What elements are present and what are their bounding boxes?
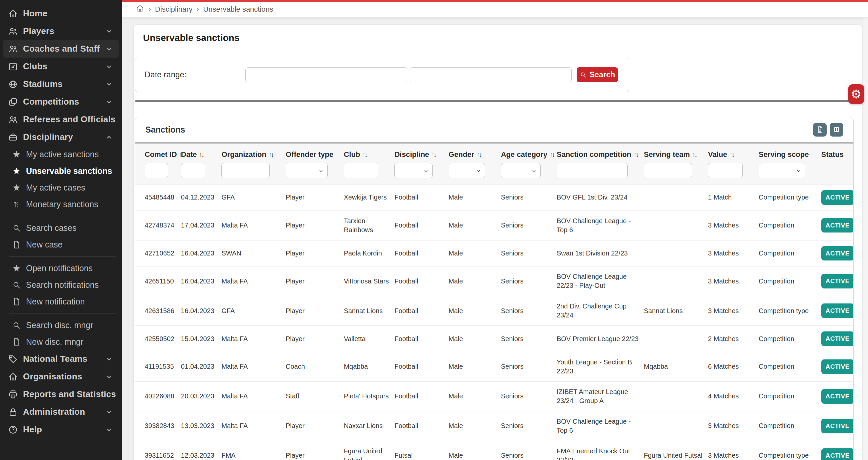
table-row[interactable]: 4022608820.03.2023Malta FAStaffPieta' Ho…	[135, 382, 853, 411]
sidebar-item-help[interactable]: Help	[3, 421, 119, 438]
table-row[interactable]: 4274837417.04.2023Malta FAPlayerTarxien …	[135, 210, 853, 240]
cell-offender_type: Coach	[286, 352, 344, 382]
cell-sanction_competition: FMA Enemed Knock Out 22/23	[557, 441, 644, 460]
column-header-status[interactable]: Status	[822, 143, 853, 161]
filter-input-sanction-competition[interactable]	[557, 163, 628, 178]
sidebar-item-open-notifications[interactable]: Open notifications	[0, 260, 122, 276]
table-row[interactable]: 4548544804.12.2023GFAPlayerXewkija Tiger…	[135, 185, 853, 211]
sidebar-item-new-disc-mngr[interactable]: New disc. mngr	[0, 333, 122, 350]
file-icon	[12, 297, 21, 306]
table-row[interactable]: 3931165212.03.2023FMAPlayerFgura United …	[135, 441, 853, 460]
sidebar-item-my-active-cases[interactable]: My active cases	[0, 179, 122, 196]
sort-icon[interactable]: ↑↓	[550, 151, 554, 158]
cell-sanction_competition: BOV Challenge League 22/23 - Play-Out	[557, 266, 644, 296]
column-header-offender-type[interactable]: Offender type	[286, 143, 344, 161]
sidebar-item-organisations[interactable]: Organisations	[3, 368, 119, 385]
breadcrumb-item-disciplinary[interactable]: Disciplinary	[155, 5, 192, 14]
sidebar-item-monetary-sanctions[interactable]: Monetary sanctions	[0, 196, 122, 212]
export-excel-button[interactable]	[813, 123, 827, 137]
breadcrumb-item-unservable-sanctions[interactable]: Unservable sanctions	[203, 5, 273, 14]
table-row[interactable]: 4271065216.04.2023SWANPlayerPaola Kordin…	[135, 240, 853, 266]
sort-icon[interactable]: ↑↓	[199, 151, 204, 158]
filter-select-discipline[interactable]	[394, 163, 432, 178]
column-header-serving-scope[interactable]: Serving scope	[759, 143, 822, 161]
sidebar-item-administration[interactable]: Administration	[3, 403, 119, 421]
filter-input-value[interactable]	[708, 163, 743, 178]
sidebar-item-search-cases[interactable]: Search cases	[0, 220, 122, 236]
column-header-value[interactable]: Value↑↓	[708, 143, 759, 161]
filter-input-club[interactable]	[344, 163, 378, 178]
filter-input-comet-id[interactable]	[145, 163, 168, 178]
cell-discipline: Football	[394, 266, 448, 296]
sidebar-item-unservable-sanctions[interactable]: Unservable sanctions	[0, 163, 122, 179]
chevron-down-icon	[105, 355, 113, 363]
sidebar-item-search-notifications[interactable]: Search notifications	[0, 276, 122, 293]
page-title: Unservable sanctions	[134, 33, 862, 43]
sidebar-item-disciplinary[interactable]: Disciplinary	[3, 128, 119, 146]
sidebar-divider	[9, 313, 116, 314]
cell-club: Valletta	[344, 326, 394, 352]
cell-discipline: Football	[394, 240, 448, 266]
sort-icon[interactable]: ↑↓	[634, 151, 638, 158]
sidebar-item-national-teams[interactable]: National Teams	[3, 350, 119, 368]
table-row[interactable]: 3938284313.03.2023Malta FAPlayerNaxxar L…	[135, 411, 853, 441]
sort-icon[interactable]: ↑↓	[269, 151, 273, 158]
column-header-organization[interactable]: Organization↑↓	[221, 143, 286, 161]
table-row[interactable]: 4255050215.04.2023Malta FAPlayerValletta…	[135, 326, 853, 352]
home-icon[interactable]	[136, 4, 144, 15]
filter-input-date[interactable]	[181, 163, 206, 178]
table-row[interactable]: 4263158616.04.2023GFAPlayerSannat LionsF…	[135, 296, 853, 326]
filter-select-age-category[interactable]	[501, 163, 541, 178]
cell-serving_scope: Competition type	[759, 441, 822, 460]
column-header-club[interactable]: Club↑↓	[344, 143, 394, 161]
sidebar-item-players[interactable]: Players	[3, 22, 119, 40]
column-header-age-category[interactable]: Age category↑↓	[501, 143, 557, 161]
column-header-date[interactable]: Date↑↓	[181, 143, 222, 161]
column-header-gender[interactable]: Gender↑↓	[449, 143, 501, 161]
column-header-sanction-competition[interactable]: Sanction competition↑↓	[557, 143, 644, 161]
cell-serving_scope: Competition type	[759, 185, 822, 211]
filter-select-offender-type[interactable]	[286, 163, 328, 178]
sidebar-item-my-active-sanctions[interactable]: My active sanctions	[0, 146, 122, 163]
cell-sanction_competition: BOV Premier League 22/23	[557, 326, 644, 352]
filter-select-gender[interactable]	[449, 163, 485, 178]
sidebar-item-new-notification[interactable]: New notification	[0, 293, 122, 310]
column-header-discipline[interactable]: Discipline↑↓	[394, 143, 448, 161]
search-button[interactable]: Search	[577, 67, 618, 82]
sort-icon[interactable]: ↑↓	[692, 151, 697, 158]
vertical-scrollbar[interactable]	[863, 2, 868, 460]
cell-value: 6 Matches	[708, 352, 759, 382]
sort-icon[interactable]: ↑↓	[730, 151, 734, 158]
table-row[interactable]: 4265115016.04.2023Malta FAPlayerVittorio…	[135, 266, 853, 296]
cell-value: 3 Matches	[708, 441, 759, 460]
sidebar-item-reports-and-statistics[interactable]: Reports and Statistics	[3, 385, 119, 403]
date-to-input[interactable]	[410, 67, 572, 82]
sidebar-item-coaches-and-staff[interactable]: Coaches and Staff	[3, 40, 119, 58]
filter-input-organization[interactable]	[221, 163, 270, 178]
cell-date: 16.04.2023	[181, 266, 222, 296]
sidebar-item-competitions[interactable]: Competitions	[3, 93, 119, 110]
table-row[interactable]: 4119153501.04.2023Malta FACoachMqabbaFoo…	[135, 352, 853, 382]
sidebar-item-clubs[interactable]: Clubs	[3, 58, 119, 75]
sidebar-item-label: Open notifications	[26, 263, 93, 273]
cell-gender: Male	[449, 352, 501, 382]
cell-sanction_competition: Swan 1st Division 22/23	[557, 240, 644, 266]
sidebar-item-label: New case	[26, 240, 63, 250]
column-header-serving-team[interactable]: Serving team↑↓	[644, 143, 708, 161]
sidebar-item-stadiums[interactable]: Stadiums	[3, 75, 119, 93]
sidebar-item-home[interactable]: Home	[3, 5, 119, 22]
filter-select-serving-scope[interactable]	[759, 163, 805, 178]
cell-comet_id: 40226088	[135, 382, 181, 411]
sidebar-item-referees-and-officials[interactable]: Referees and Officials	[3, 110, 119, 128]
date-from-input[interactable]	[245, 67, 407, 82]
sort-icon[interactable]: ↑↓	[362, 151, 367, 158]
sidebar-item-new-case[interactable]: New case	[0, 236, 122, 253]
sort-icon[interactable]: ↑↓	[431, 151, 436, 158]
cell-value: 3 Matches	[708, 296, 759, 326]
toggle-columns-button[interactable]	[830, 123, 843, 137]
settings-gear-button[interactable]: ⚙	[848, 84, 864, 104]
sidebar-item-search-disc-mngr[interactable]: Search disc. mngr	[0, 317, 122, 333]
column-header-comet-id[interactable]: Comet ID↑↓	[135, 143, 181, 161]
filter-input-serving-team[interactable]	[644, 163, 692, 178]
sort-icon[interactable]: ↑↓	[477, 151, 481, 158]
